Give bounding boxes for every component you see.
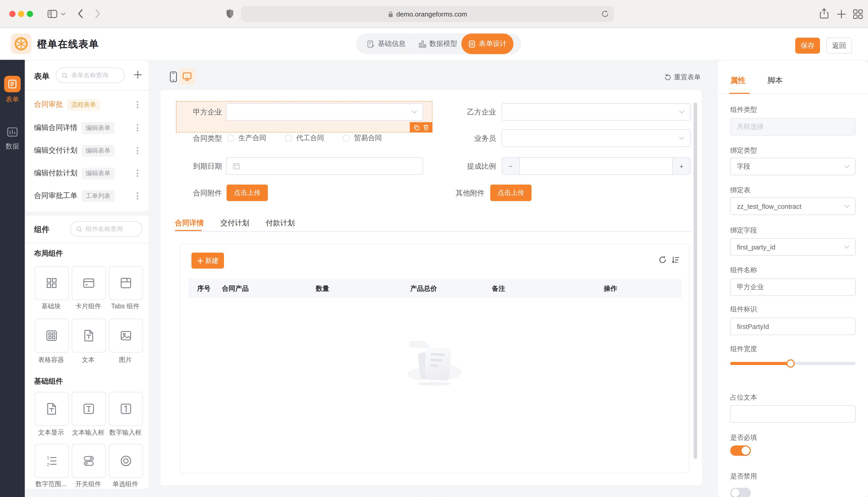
component-card-basic-block[interactable] bbox=[35, 266, 69, 300]
form-item-name[interactable]: 合同审批工单 bbox=[34, 191, 78, 201]
radio-label: 贸易合同 bbox=[354, 133, 382, 143]
radio-option[interactable]: 代工合同 bbox=[285, 133, 324, 143]
stepper-decrease-button[interactable]: − bbox=[502, 158, 520, 174]
component-card-card[interactable] bbox=[72, 266, 106, 300]
add-form-button[interactable] bbox=[133, 70, 142, 80]
minimize-window-button[interactable] bbox=[18, 11, 24, 17]
undo-icon[interactable] bbox=[659, 256, 667, 264]
form-item-name[interactable]: 编辑合同详情 bbox=[34, 123, 78, 132]
component-card-switch[interactable] bbox=[72, 444, 106, 478]
first-party-select[interactable] bbox=[226, 103, 423, 120]
form-item-name[interactable]: 编辑付款计划 bbox=[34, 169, 78, 178]
component-id-input[interactable] bbox=[737, 323, 849, 330]
slider-handle[interactable] bbox=[786, 359, 795, 368]
component-name-field[interactable] bbox=[730, 279, 856, 296]
disabled-toggle[interactable] bbox=[730, 488, 751, 497]
component-id-field[interactable] bbox=[730, 317, 856, 335]
form-list-item[interactable]: 编辑合同详情 编辑表单 bbox=[34, 120, 139, 136]
more-actions-icon[interactable] bbox=[136, 99, 139, 110]
other-upload-button[interactable]: 点击上传 bbox=[490, 185, 532, 201]
bind-type-select[interactable]: 字段 bbox=[730, 158, 856, 175]
share-icon[interactable] bbox=[819, 8, 829, 19]
radio-circle-icon[interactable] bbox=[285, 134, 292, 142]
new-tab-icon[interactable] bbox=[837, 10, 846, 18]
component-search-input[interactable]: 组件名称查询 bbox=[70, 221, 142, 237]
copy-icon[interactable] bbox=[414, 125, 419, 130]
tab-overview-icon[interactable] bbox=[853, 9, 863, 19]
component-card-tabs[interactable] bbox=[109, 266, 143, 300]
tab-payment-plan[interactable]: 付款计划 bbox=[266, 218, 295, 228]
bind-field-select[interactable]: first_party_id bbox=[730, 238, 856, 256]
rail-item-forms-label[interactable]: 表单 bbox=[0, 95, 25, 104]
rail-item-forms[interactable] bbox=[4, 76, 20, 92]
url-text: demo.orangeforms.com bbox=[396, 10, 467, 18]
new-row-button[interactable]: 新建 bbox=[191, 253, 224, 269]
component-card-image[interactable] bbox=[109, 318, 143, 353]
tab-properties[interactable]: 属性 bbox=[730, 76, 746, 86]
form-item-name[interactable]: 合同审批 bbox=[34, 100, 63, 109]
form-search-input[interactable]: 表单名称查询 bbox=[56, 68, 125, 83]
form-list-item[interactable]: 编辑付款计划 编辑表单 bbox=[34, 166, 139, 181]
desktop-preview-button[interactable] bbox=[179, 69, 195, 85]
component-card-radio[interactable] bbox=[109, 444, 143, 478]
form-list-item[interactable]: 编辑交付计划 编辑表单 bbox=[34, 143, 139, 158]
radio-circle-icon[interactable] bbox=[343, 134, 350, 142]
close-window-button[interactable] bbox=[9, 11, 15, 17]
placeholder-text-field[interactable] bbox=[730, 405, 856, 423]
address-bar[interactable]: demo.orangeforms.com bbox=[241, 6, 614, 22]
left-rail: 表单 数据 bbox=[0, 60, 25, 497]
tab-delivery-plan[interactable]: 交付计划 bbox=[220, 218, 249, 228]
component-name-input[interactable] bbox=[737, 283, 849, 291]
form-item-badge: 编辑表单 bbox=[82, 167, 114, 179]
tab-basic-info[interactable]: 基础信息 bbox=[367, 33, 405, 54]
radio-option[interactable]: 生产合同 bbox=[227, 133, 266, 143]
bar-chart-icon bbox=[418, 40, 426, 48]
delete-icon[interactable] bbox=[423, 124, 429, 130]
due-date-input[interactable] bbox=[226, 157, 423, 175]
tab-form-design[interactable]: 表单设计 bbox=[461, 33, 513, 54]
more-actions-icon[interactable] bbox=[136, 168, 139, 179]
search-icon bbox=[61, 72, 68, 79]
canvas-scrollbar[interactable] bbox=[693, 103, 697, 459]
component-card-text[interactable] bbox=[72, 318, 106, 353]
tab-script[interactable]: 脚本 bbox=[767, 76, 783, 86]
form-list-item[interactable]: 合同审批 流程表单 bbox=[34, 97, 139, 112]
reset-form-button[interactable]: 重置表单 bbox=[664, 73, 701, 82]
radio-option[interactable]: 贸易合同 bbox=[343, 133, 382, 143]
component-card-text-display[interactable] bbox=[35, 392, 69, 426]
rail-item-data[interactable] bbox=[6, 126, 18, 138]
more-actions-icon[interactable] bbox=[136, 145, 139, 156]
reload-icon[interactable] bbox=[601, 10, 609, 18]
bind-table-select[interactable]: zz_test_flow_contract bbox=[730, 197, 856, 215]
component-card-text-input[interactable] bbox=[72, 392, 106, 426]
component-card-number-range[interactable]: 12 bbox=[35, 444, 69, 478]
required-toggle[interactable] bbox=[730, 445, 751, 456]
privacy-shield-icon[interactable] bbox=[226, 9, 234, 19]
second-party-select[interactable] bbox=[501, 103, 690, 120]
tab-contract-detail[interactable]: 合同详情 bbox=[175, 218, 204, 228]
component-width-slider[interactable] bbox=[730, 362, 856, 365]
placeholder-text-input[interactable] bbox=[737, 410, 849, 418]
field-action-badge[interactable] bbox=[410, 122, 432, 132]
save-button[interactable]: 保存 bbox=[795, 38, 820, 54]
salesman-select[interactable] bbox=[501, 129, 690, 147]
rail-item-data-label[interactable]: 数据 bbox=[0, 142, 25, 151]
more-actions-icon[interactable] bbox=[136, 122, 139, 133]
component-card-table-container[interactable] bbox=[35, 318, 69, 353]
stepper-increase-button[interactable]: + bbox=[672, 158, 690, 174]
forward-button[interactable] bbox=[95, 9, 101, 18]
form-list-item[interactable]: 合同审批工单 工单列表 bbox=[34, 188, 139, 204]
more-actions-icon[interactable] bbox=[136, 190, 139, 202]
sidebar-chevron-icon[interactable] bbox=[61, 12, 66, 16]
back-button-app[interactable]: 返回 bbox=[826, 38, 852, 54]
component-card-number-input[interactable] bbox=[109, 392, 143, 426]
back-button[interactable] bbox=[78, 9, 83, 18]
contract-upload-button[interactable]: 点击上传 bbox=[226, 185, 268, 201]
sort-settings-icon[interactable] bbox=[671, 256, 680, 264]
tab-data-model[interactable]: 数据模型 bbox=[418, 33, 457, 54]
radio-circle-icon[interactable] bbox=[227, 134, 234, 142]
sidebar-toggle-icon[interactable] bbox=[47, 10, 57, 18]
mobile-preview-button[interactable] bbox=[165, 69, 181, 85]
form-item-name[interactable]: 编辑交付计划 bbox=[34, 146, 78, 155]
zoom-window-button[interactable] bbox=[27, 11, 33, 17]
